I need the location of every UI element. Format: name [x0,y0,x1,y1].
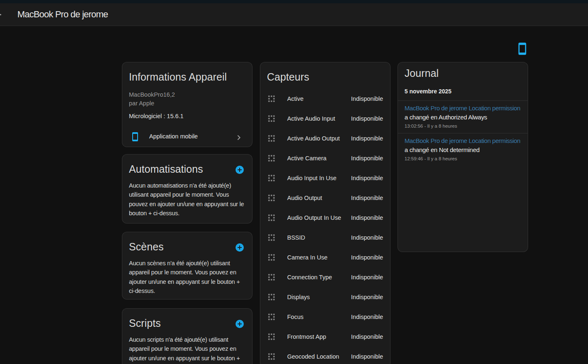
sensor-name: Audio Output [287,195,322,201]
add-automation-button[interactable] [235,165,245,175]
automations-empty-text: Aucun automatisations n'a été ajouté(e) … [122,181,252,218]
dots-square-icon [267,214,276,222]
sensor-state: Indisponible [351,353,383,360]
sensor-state: Indisponible [351,95,383,102]
sensor-row[interactable]: Audio Output In Use Indisponible [260,208,390,228]
dots-square-icon [267,194,276,202]
sensor-state: Indisponible [351,274,383,281]
journal-entry-time: 13:02:56 - Il y a 8 heures [405,123,521,129]
sensor-name: Displays [287,294,310,300]
top-strip [0,0,588,3]
sensor-row[interactable]: Displays Indisponible [260,287,390,307]
back-arrow-icon[interactable] [0,14,1,15]
dots-square-icon [267,174,276,182]
sensor-state: Indisponible [351,175,383,181]
dots-square-icon [267,95,276,103]
scenes-card: Scènes Aucun scènes n'a été ajouté(e) ut… [122,232,252,300]
scripts-empty-text: Aucun scripts n'a été ajouté(e) utilisan… [122,335,252,364]
journal-entry-link[interactable]: MacBook Pro de jerome Location permissio… [405,104,521,113]
automations-title: Automatisations [122,155,252,175]
page-title: MacBook Pro de jerome [17,9,108,20]
sensor-row[interactable]: Active Indisponible [260,89,390,109]
journal-entry-action: a changé en Authorized Always [405,113,521,122]
dots-square-icon [267,313,276,321]
sensor-state: Indisponible [351,195,383,201]
mobile-app-link-label: Application mobile [149,133,198,140]
device-info-title: Informations Appareil [122,62,252,83]
dots-square-icon [267,134,276,143]
device-model: MacBookPro16,2 [122,90,252,99]
journal-entry-action: a changé en Not determined [405,145,521,155]
sensor-state: Indisponible [351,333,383,340]
sensors-title: Capteurs [260,62,390,83]
sensor-row[interactable]: Active Audio Input Indisponible [260,109,390,128]
scripts-card: Scripts Aucun scripts n'a été ajouté(e) … [122,308,252,364]
journal-entry: MacBook Pro de jerome Location permissio… [398,133,528,166]
sensor-row[interactable]: Frontmost App Indisponible [260,327,390,347]
journal-date: 5 novembre 2025 [398,88,528,95]
dots-square-icon [267,333,276,341]
add-scene-button[interactable] [235,243,245,252]
app-header: MacBook Pro de jerome [0,3,588,26]
sensor-row[interactable]: Focus Indisponible [260,307,390,327]
cellphone-icon[interactable] [516,42,529,55]
sensor-state: Indisponible [351,214,383,221]
sensor-state: Indisponible [351,294,383,300]
sensor-row[interactable]: Audio Input In Use Indisponible [260,168,390,188]
sensor-name: Audio Input In Use [287,175,336,181]
sensor-state: Indisponible [351,115,383,122]
sensor-name: BSSID [287,234,305,241]
dots-square-icon [267,352,276,361]
scenes-empty-text: Aucun scènes n'a été ajouté(e) utilisant… [122,259,252,295]
sensor-row[interactable]: Audio Output Indisponible [260,188,390,208]
dots-square-icon [267,233,276,242]
sensor-row[interactable]: BSSID Indisponible [260,228,390,247]
scripts-title: Scripts [122,309,252,329]
sensor-name: Connection Type [287,274,332,281]
middle-column: Capteurs Active Indisponible Active Audi… [260,62,390,364]
scenes-title: Scènes [122,232,252,253]
right-column: Journal 5 novembre 2025 MacBook Pro de j… [398,62,528,252]
sensor-state: Indisponible [351,254,383,261]
journal-entry-time: 12:59:46 - Il y a 8 heures [405,155,521,162]
cellphone-icon [130,132,140,142]
sensor-name: Active Audio Input [287,115,335,122]
sensor-state: Indisponible [351,234,383,241]
journal-list: MacBook Pro de jerome Location permissio… [398,100,528,166]
dots-square-icon [267,293,276,301]
left-column: Informations Appareil MacBookPro16,2 par… [122,62,252,364]
sensor-name: Camera In Use [287,254,328,261]
sensor-name: Frontmost App [287,333,326,340]
mobile-app-link-row[interactable]: Application mobile [122,127,252,147]
device-firmware: Micrologiciel : 15.6.1 [122,112,252,121]
dots-square-icon [267,253,276,262]
dots-square-icon [267,154,276,162]
sensor-name: Active Camera [287,155,326,162]
sensor-state: Indisponible [351,314,383,320]
device-info-card: Informations Appareil MacBookPro16,2 par… [122,62,252,147]
sensor-name: Active Audio Output [287,135,340,142]
chevron-right-icon [234,133,244,143]
device-manufacturer: par Apple [122,99,252,108]
journal-card: Journal 5 novembre 2025 MacBook Pro de j… [398,62,528,252]
journal-entry-link[interactable]: MacBook Pro de jerome Location permissio… [405,136,521,145]
dots-square-icon [267,273,276,281]
sensor-row[interactable]: Active Audio Output Indisponible [260,128,390,148]
sensor-row[interactable]: Active Camera Indisponible [260,148,390,168]
automations-card: Automatisations Aucun automatisations n'… [122,154,252,224]
journal-title: Journal [398,62,528,79]
sensor-list: Active Indisponible Active Audio Input I… [260,89,390,364]
sensors-card: Capteurs Active Indisponible Active Audi… [260,62,390,364]
sensor-row[interactable]: Camera In Use Indisponible [260,247,390,267]
add-script-button[interactable] [235,319,245,329]
sensor-name: Active [287,95,304,102]
sensor-state: Indisponible [351,155,383,162]
sensor-name: Geocoded Location [287,353,339,360]
dots-square-icon [267,114,276,123]
sensor-name: Audio Output In Use [287,214,341,221]
sensor-row[interactable]: Geocoded Location Indisponible [260,347,390,364]
sensor-name: Focus [287,314,304,320]
sensor-state: Indisponible [351,135,383,142]
journal-entry: MacBook Pro de jerome Location permissio… [398,100,528,133]
sensor-row[interactable]: Connection Type Indisponible [260,267,390,287]
